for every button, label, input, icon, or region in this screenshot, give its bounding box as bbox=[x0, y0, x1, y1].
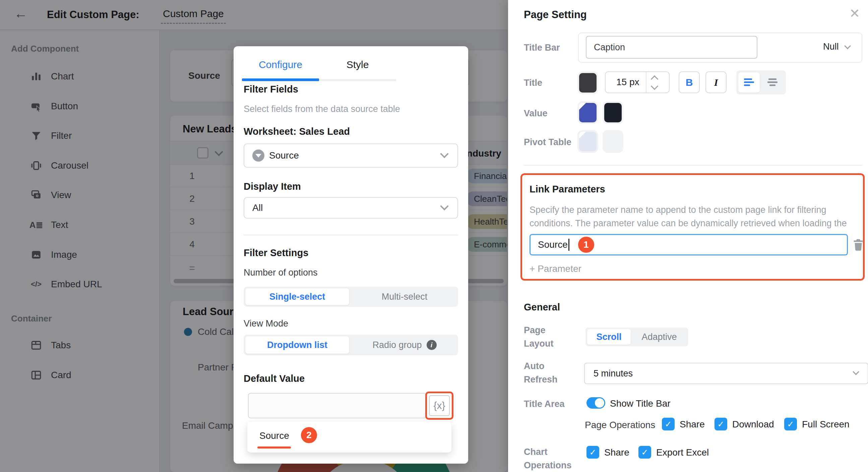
full-screen-checkbox[interactable]: ✓ bbox=[784, 418, 797, 431]
chart-share-label: Share bbox=[604, 447, 629, 458]
chevron-down-icon[interactable] bbox=[651, 83, 658, 90]
alignment-group bbox=[736, 70, 786, 94]
check-icon: ✓ bbox=[717, 419, 724, 429]
default-value-dropdown: Source 2 bbox=[247, 422, 452, 452]
view-mode-label: View Mode bbox=[244, 319, 288, 329]
single-select-option[interactable]: Single-select bbox=[245, 288, 349, 305]
font-size-value: 15 px bbox=[616, 77, 640, 88]
add-parameter-link[interactable]: + Parameter bbox=[529, 264, 582, 274]
adaptive-option[interactable]: Adaptive bbox=[632, 327, 686, 346]
general-heading: General bbox=[524, 302, 560, 313]
null-dropdown[interactable]: Null bbox=[823, 41, 839, 52]
export-excel-checkbox[interactable]: ✓ bbox=[639, 446, 651, 459]
share-checkbox[interactable]: ✓ bbox=[662, 418, 675, 431]
filter-config-modal: Configure Style Filter Fields Select fie… bbox=[234, 46, 468, 464]
page-layout-label: Page Layout bbox=[524, 324, 571, 350]
show-title-bar-toggle[interactable] bbox=[587, 397, 605, 409]
multi-select-option[interactable]: Multi-select bbox=[351, 287, 458, 307]
trash-icon[interactable] bbox=[852, 238, 864, 252]
pivot-color-swatch-1[interactable] bbox=[579, 132, 596, 151]
title-bar-label: Title Bar bbox=[524, 41, 560, 54]
panel-title: Page Setting bbox=[524, 9, 587, 21]
pivot-color-swatch-2[interactable] bbox=[604, 132, 622, 151]
radio-group-label: Radio group bbox=[372, 340, 422, 350]
check-icon: ✓ bbox=[642, 447, 649, 457]
annotation-badge-2: 2 bbox=[301, 427, 317, 443]
chart-operations-label: Chart Operations bbox=[524, 445, 574, 472]
page-layout-segmented: Scroll Adaptive bbox=[586, 327, 688, 346]
toggle-knob bbox=[595, 398, 604, 408]
title-row-label: Title bbox=[524, 76, 542, 89]
value-row-label: Value bbox=[524, 107, 548, 120]
chart-share-checkbox[interactable]: ✓ bbox=[587, 446, 599, 459]
parameter-name-input[interactable]: Source 1 bbox=[529, 234, 848, 256]
check-icon: ✓ bbox=[589, 447, 596, 457]
tab-track bbox=[319, 79, 396, 81]
auto-refresh-label: Auto Refresh bbox=[524, 359, 571, 386]
font-size-stepper[interactable]: 15 px bbox=[605, 71, 670, 93]
chevron-down-icon bbox=[852, 368, 859, 375]
full-screen-label: Full Screen bbox=[802, 419, 849, 430]
display-item-label: Display Item bbox=[244, 181, 301, 192]
align-center-button[interactable] bbox=[762, 72, 783, 92]
info-icon[interactable]: i bbox=[427, 340, 437, 350]
scroll-option[interactable]: Scroll bbox=[587, 329, 631, 345]
filter-fields-heading: Filter Fields bbox=[244, 84, 298, 95]
show-title-bar-label: Show Title Bar bbox=[610, 398, 671, 409]
link-parameters-section: Link Parameters Specify the parameter na… bbox=[521, 173, 865, 281]
chevron-down-icon bbox=[440, 202, 448, 210]
value-color-swatch-1[interactable] bbox=[579, 103, 596, 122]
tab-style[interactable]: Style bbox=[319, 59, 396, 70]
text-cursor bbox=[568, 239, 569, 251]
page-operations-label: Page Operations bbox=[585, 420, 655, 431]
page-setting-panel: Page Setting ✕ Title Bar Caption Null Ti… bbox=[508, 0, 868, 472]
radio-group-option[interactable]: Radio group i bbox=[351, 334, 458, 355]
title-area-label: Title Area bbox=[524, 397, 565, 411]
display-item-value: All bbox=[252, 203, 263, 213]
check-icon: ✓ bbox=[787, 419, 794, 429]
chevron-down-icon bbox=[440, 149, 448, 158]
check-icon: ✓ bbox=[665, 419, 672, 429]
active-tab-indicator bbox=[242, 79, 319, 81]
download-checkbox[interactable]: ✓ bbox=[714, 418, 727, 431]
divider bbox=[244, 235, 458, 235]
item-highlight-underline bbox=[257, 446, 291, 448]
pivot-table-label: Pivot Table bbox=[524, 136, 571, 149]
field-select[interactable]: Source bbox=[244, 144, 458, 168]
select-mode-segmented: Single-select Multi-select bbox=[244, 287, 458, 307]
download-label: Download bbox=[732, 419, 774, 430]
annotation-badge-1: 1 bbox=[578, 237, 594, 253]
title-color-swatch[interactable] bbox=[579, 73, 596, 92]
filter-settings-heading: Filter Settings bbox=[244, 247, 308, 259]
field-select-value: Source bbox=[269, 150, 299, 161]
auto-refresh-select[interactable]: 5 minutes bbox=[584, 363, 868, 384]
chevron-up-icon[interactable] bbox=[651, 76, 658, 83]
share-label: Share bbox=[680, 419, 705, 430]
link-parameters-heading: Link Parameters bbox=[529, 184, 605, 195]
italic-button[interactable]: I bbox=[706, 71, 726, 93]
dropdown-list-option[interactable]: Dropdown list bbox=[245, 336, 349, 354]
parameter-value: Source bbox=[538, 239, 568, 250]
default-value-input[interactable] bbox=[248, 393, 426, 418]
auto-refresh-value: 5 minutes bbox=[593, 368, 633, 379]
tab-configure[interactable]: Configure bbox=[242, 59, 319, 70]
align-left-button[interactable] bbox=[738, 72, 760, 92]
default-value-label: Default Value bbox=[244, 373, 305, 384]
field-type-icon bbox=[252, 149, 265, 161]
caption-input[interactable]: Caption bbox=[586, 36, 757, 59]
number-of-options-label: Number of options bbox=[244, 267, 318, 278]
dropdown-item-source[interactable]: Source bbox=[259, 431, 289, 441]
value-color-swatch-2[interactable] bbox=[604, 103, 622, 122]
view-mode-segmented: Dropdown list Radio group i bbox=[244, 334, 458, 355]
variable-button[interactable]: {x} bbox=[429, 395, 450, 416]
filter-fields-description: Select fields from the data source table bbox=[244, 104, 400, 114]
display-item-select[interactable]: All bbox=[244, 197, 458, 218]
export-excel-label: Export Excel bbox=[656, 447, 709, 458]
divider bbox=[524, 165, 862, 166]
worksheet-label: Worksheet: Sales Lead bbox=[244, 126, 350, 137]
bold-button[interactable]: B bbox=[679, 71, 700, 93]
close-icon[interactable]: ✕ bbox=[849, 6, 860, 21]
variable-button-highlight: {x} bbox=[425, 391, 454, 420]
divider bbox=[646, 72, 647, 92]
